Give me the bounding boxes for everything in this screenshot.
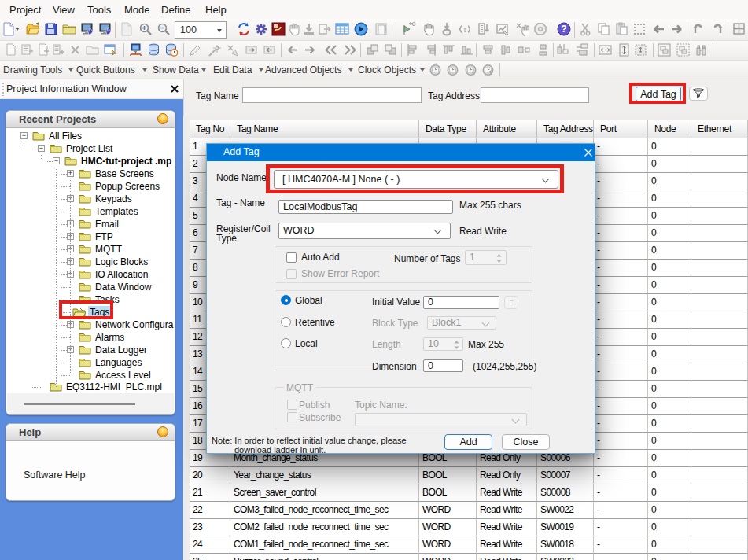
svg-text:?: ?	[561, 24, 566, 35]
svg-text:t: t	[464, 26, 466, 34]
